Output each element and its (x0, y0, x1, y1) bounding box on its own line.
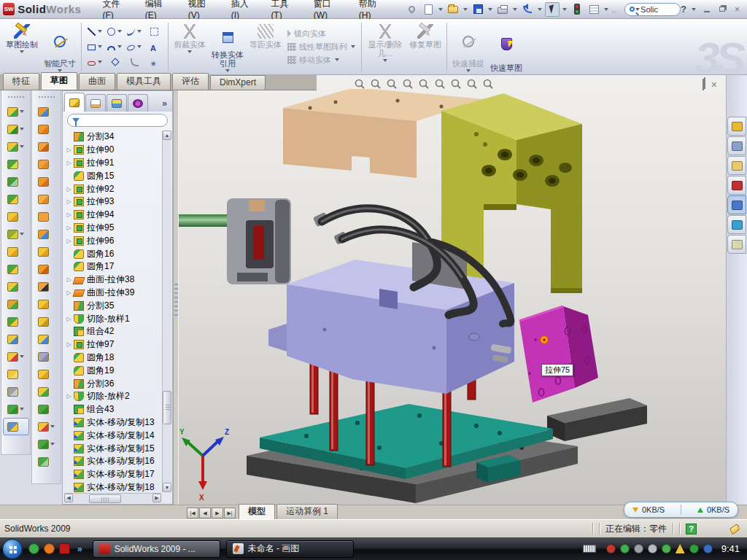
panel-splitter[interactable] (173, 90, 179, 505)
volume-icon[interactable] (648, 544, 657, 553)
green-sync-icon[interactable] (662, 544, 671, 553)
expand-arrow-icon[interactable]: ▷ (64, 211, 74, 218)
tree-item[interactable]: ▷ 曲面-拉伸38 (64, 273, 161, 287)
zoom-area-icon[interactable] (370, 78, 382, 90)
lofted-surface-icon[interactable] (34, 155, 60, 173)
linear-pattern-icon[interactable] (3, 225, 29, 243)
appearances-icon[interactable] (727, 215, 746, 234)
resources-home-icon[interactable] (727, 117, 746, 136)
design-library-icon[interactable] (727, 136, 746, 155)
print-icon[interactable] (495, 2, 510, 17)
tree-item[interactable]: ▷ 拉伸93 (64, 195, 161, 209)
tree-item[interactable]: ▷ 实体-移动/复制15 (64, 442, 161, 455)
study-tab[interactable]: 模型 (239, 504, 275, 519)
knit-surface-icon[interactable] (34, 313, 60, 330)
expand-arrow-icon[interactable]: ▷ (64, 198, 74, 205)
restore-button[interactable] (716, 4, 727, 14)
taskbar-clock[interactable]: 9:41 (721, 543, 740, 554)
tree-item[interactable]: ▷ 拉伸95 (64, 222, 161, 235)
model-canvas[interactable]: Y Z X (179, 89, 726, 505)
spline-tool-icon[interactable] (3, 400, 29, 418)
input-keyboard-icon[interactable] (583, 545, 596, 553)
file-explorer-icon[interactable] (727, 156, 746, 175)
featuremanager-tab-icon[interactable] (64, 93, 85, 112)
custom-properties-icon[interactable] (727, 235, 746, 254)
green-shield-icon[interactable] (620, 544, 630, 553)
help-icon[interactable]: ? (681, 4, 686, 15)
freeform-icon[interactable] (34, 418, 60, 435)
save-dropdown[interactable] (488, 8, 492, 11)
tree-item[interactable]: ▷ 拉伸90 (64, 144, 161, 157)
toolbar-overflow[interactable]: .. (611, 4, 616, 15)
draft-icon[interactable] (3, 190, 29, 208)
doc-close-button[interactable]: × (711, 79, 717, 90)
mirror-entities-button[interactable]: 镜向实体 (287, 28, 356, 39)
midsurface-icon[interactable] (34, 400, 60, 418)
expand-arrow-icon[interactable]: ▷ (64, 276, 74, 283)
expand-arrow-icon[interactable]: ▷ (64, 160, 74, 166)
hscroll-thumb[interactable] (89, 494, 121, 503)
view-palette-icon[interactable] (727, 195, 746, 214)
tree-item[interactable]: ▷ 拉伸91 (64, 157, 161, 170)
search-scope-dropdown[interactable] (635, 8, 640, 11)
tree-item[interactable]: ▷ 切除-放样2 (64, 390, 161, 403)
new-dropdown[interactable] (438, 8, 443, 11)
commandmanager-tab[interactable]: 曲面 (79, 73, 115, 90)
study-nav-button[interactable]: ▶| (224, 508, 236, 518)
tree-item[interactable]: ▷ 组合42 (64, 325, 161, 338)
untrim-surface-icon[interactable] (34, 365, 60, 383)
tree-item[interactable]: ▷ 组合43 (64, 403, 161, 416)
tree-item[interactable]: ▷ 实体-移动/复制14 (64, 429, 161, 442)
expand-arrow-icon[interactable]: ▷ (64, 225, 74, 231)
helix-icon[interactable] (34, 453, 60, 470)
expand-arrow-icon[interactable]: ▷ (64, 147, 74, 153)
display-delete-relations-button[interactable]: 显示/删除几... (364, 21, 406, 72)
tree-vertical-scrollbar[interactable]: ▲ ▼ (162, 131, 171, 492)
delete-face-icon[interactable] (34, 278, 60, 295)
split-icon[interactable] (3, 295, 29, 313)
print-dropdown[interactable] (513, 8, 517, 11)
ruled-surface-icon[interactable] (34, 260, 60, 278)
minimize-button[interactable] (701, 4, 712, 14)
curve-icon[interactable] (3, 383, 29, 400)
linear-sketch-pattern-button[interactable]: 线性草图阵列 (287, 42, 356, 52)
help-dropdown[interactable] (692, 8, 696, 11)
filled-surface-icon[interactable] (34, 190, 60, 208)
tree-item[interactable]: ▷ 实体-移动/复制16 (64, 455, 161, 468)
commandmanager-tab[interactable]: DimXpert (210, 75, 266, 90)
select-tool-icon[interactable] (545, 2, 560, 17)
chamfer-icon[interactable] (3, 155, 29, 173)
plus-shield-icon[interactable] (689, 544, 699, 553)
pushpin-icon[interactable] (404, 2, 419, 17)
tree-item[interactable]: ▷ 实体-移动/复制17 (64, 468, 161, 481)
tree-item[interactable]: ▷ 拉伸96 (64, 234, 161, 247)
quick-snaps-button[interactable]: 快速捕捉 (449, 21, 487, 72)
scroll-thumb[interactable] (163, 391, 171, 424)
toolbox-icon[interactable] (727, 176, 746, 195)
smart-dimension-button[interactable]: 智能尺寸 (41, 21, 79, 72)
convert-entities-button[interactable]: 转换实体引用 (209, 21, 247, 72)
doc-restore-button[interactable] (703, 79, 704, 90)
boundary-surface-icon[interactable] (34, 173, 60, 190)
quick-launch-overflow[interactable]: » (77, 544, 82, 554)
study-nav-button[interactable]: |◀ (187, 508, 198, 518)
search-input[interactable] (640, 5, 676, 14)
tree-item[interactable]: ▷ 圆角15 (64, 169, 161, 182)
red-shield-icon[interactable] (606, 544, 616, 553)
expand-arrow-icon[interactable]: ▷ (64, 186, 74, 192)
tree-item[interactable]: ▷ 圆角19 (64, 364, 161, 377)
scroll-left-icon[interactable]: ◀ (64, 494, 73, 502)
trim-surface-icon[interactable] (34, 348, 60, 365)
trim-entities-button[interactable]: 剪裁实体 (171, 21, 209, 72)
splitter-grip[interactable] (174, 284, 178, 317)
tree-filter-input[interactable] (67, 114, 168, 127)
polygon-tool[interactable] (105, 55, 125, 70)
study-nav-button[interactable]: ◀ (199, 508, 211, 518)
configurationmanager-tab-icon[interactable] (107, 94, 127, 112)
warning-icon[interactable] (676, 544, 685, 553)
select-dropdown[interactable] (562, 8, 567, 11)
shell-icon[interactable] (3, 173, 29, 190)
tags-icon[interactable] (729, 523, 740, 534)
scroll-down-icon[interactable]: ▼ (163, 483, 171, 492)
netmeter-ball-icon[interactable] (703, 544, 713, 553)
